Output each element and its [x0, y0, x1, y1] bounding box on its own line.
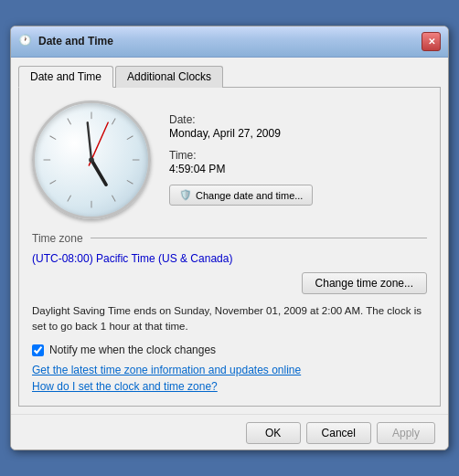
shield-calendar-icon: 🛡️ [179, 189, 192, 201]
clock-face [32, 100, 151, 219]
svg-line-11 [68, 118, 71, 124]
time-value: 4:59:04 PM [169, 163, 427, 175]
notify-checkbox[interactable] [32, 344, 44, 356]
apply-button[interactable]: Apply [377, 422, 435, 444]
notify-label: Notify me when the clock changes [49, 344, 216, 356]
latest-info-link[interactable]: Get the latest time zone information and… [32, 364, 427, 376]
datetime-info: Date: Monday, April 27, 2009 Time: 4:59:… [169, 113, 427, 206]
hour-hand [91, 160, 106, 185]
svg-line-8 [50, 180, 57, 184]
svg-line-7 [68, 196, 71, 202]
svg-line-2 [127, 136, 133, 140]
date-time-window: 🕐 Date and Time ✕ Date and Time Addition… [10, 26, 449, 451]
date-label: Date: [169, 113, 427, 126]
title-bar-left: 🕐 Date and Time [18, 34, 113, 48]
dialog-buttons: OK Cancel Apply [11, 414, 448, 450]
close-button[interactable]: ✕ [422, 32, 441, 51]
svg-line-10 [50, 136, 57, 140]
dst-notice: Daylight Saving Time ends on Sunday, Nov… [32, 303, 427, 335]
change-timezone-button[interactable]: Change time zone... [302, 272, 427, 294]
minute-hand [88, 122, 91, 160]
window-content: Date and Time Additional Clocks [11, 58, 448, 415]
svg-line-1 [112, 118, 115, 124]
how-to-link[interactable]: How do I set the clock and time zone? [32, 380, 427, 393]
svg-line-4 [127, 180, 133, 184]
time-label: Time: [169, 149, 427, 162]
timezone-section-header: Time zone [32, 232, 427, 245]
timezone-section-label: Time zone [32, 232, 83, 245]
center-dot [89, 157, 94, 163]
timezone-value: (UTC-08:00) Pacific Time (US & Canada) [32, 252, 427, 265]
ok-button[interactable]: OK [246, 422, 301, 444]
tab-content-date-time: Date: Monday, April 27, 2009 Time: 4:59:… [18, 88, 441, 407]
analog-clock [32, 100, 151, 219]
window-title: Date and Time [38, 35, 113, 48]
top-section: Date: Monday, April 27, 2009 Time: 4:59:… [32, 100, 427, 219]
clock-svg [35, 103, 148, 217]
timezone-divider [91, 238, 427, 238]
title-bar-buttons: ✕ [422, 32, 441, 51]
tab-additional-clocks[interactable]: Additional Clocks [115, 66, 223, 88]
window-icon: 🕐 [18, 34, 33, 48]
svg-line-5 [112, 196, 115, 202]
title-bar: 🕐 Date and Time ✕ [11, 26, 448, 58]
tab-date-and-time[interactable]: Date and Time [18, 66, 113, 88]
change-date-time-button[interactable]: 🛡️ Change date and time... [169, 185, 313, 206]
cancel-button[interactable]: Cancel [306, 422, 371, 444]
notify-row: Notify me when the clock changes [32, 344, 427, 356]
date-value: Monday, April 27, 2009 [169, 127, 427, 140]
tab-bar: Date and Time Additional Clocks [18, 65, 441, 88]
